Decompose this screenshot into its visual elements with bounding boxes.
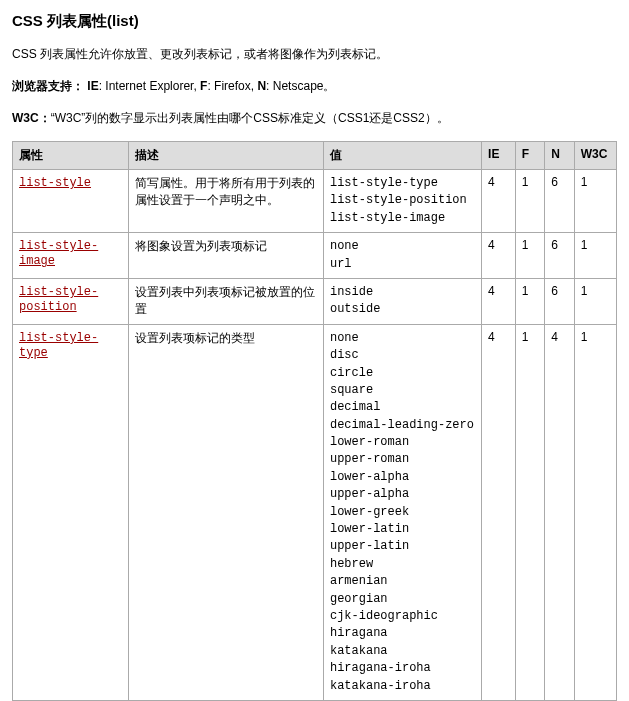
table-row: list-style-image将图象设置为列表项标记none url4161 [13,233,617,279]
browser-support-line: 浏览器支持： IE: Internet Explorer, F: Firefox… [12,77,617,95]
th-n: N [545,142,575,170]
page-heading: CSS 列表属性(list) [12,12,617,31]
ie-cell: 4 [482,233,516,279]
values-cell: none url [323,233,481,279]
description-cell: 将图象设置为列表项标记 [128,233,323,279]
table-header-row: 属性 描述 值 IE F N W3C [13,142,617,170]
list-properties-table: 属性 描述 值 IE F N W3C list-style简写属性。用于将所有用… [12,141,617,701]
property-link[interactable]: list-style-image [19,239,98,268]
n-abbr: N [257,79,266,93]
intro-text: CSS 列表属性允许你放置、更改列表标记，或者将图像作为列表标记。 [12,45,617,63]
f-cell: 1 [515,278,545,324]
description-cell: 简写属性。用于将所有用于列表的属性设置于一个声明之中。 [128,170,323,233]
f-cell: 1 [515,324,545,700]
w3c-cell: 1 [574,324,616,700]
f-text: : Firefox, [207,79,257,93]
values-cell: inside outside [323,278,481,324]
w3c-cell: 1 [574,170,616,233]
ie-cell: 4 [482,278,516,324]
description-cell: 设置列表项标记的类型 [128,324,323,700]
n-cell: 6 [545,170,575,233]
w3c-label: W3C： [12,111,51,125]
table-row: list-style简写属性。用于将所有用于列表的属性设置于一个声明之中。lis… [13,170,617,233]
th-value: 值 [323,142,481,170]
property-link[interactable]: list-style [19,176,91,190]
th-description: 描述 [128,142,323,170]
th-ie: IE [482,142,516,170]
th-property: 属性 [13,142,129,170]
property-link[interactable]: list-style-position [19,285,98,314]
ie-cell: 4 [482,170,516,233]
values-cell: none disc circle square decimal decimal-… [323,324,481,700]
table-row: list-style-position设置列表中列表项标记被放置的位置insid… [13,278,617,324]
th-w3c: W3C [574,142,616,170]
w3c-line: W3C：“W3C”列的数字显示出列表属性由哪个CSS标准定义（CSS1还是CSS… [12,109,617,127]
w3c-cell: 1 [574,278,616,324]
table-row: list-style-type设置列表项标记的类型none disc circl… [13,324,617,700]
browser-support-label: 浏览器支持： [12,79,84,93]
n-text: : Netscape。 [266,79,335,93]
property-link[interactable]: list-style-type [19,331,98,360]
n-cell: 6 [545,233,575,279]
n-cell: 4 [545,324,575,700]
description-cell: 设置列表中列表项标记被放置的位置 [128,278,323,324]
w3c-text: “W3C”列的数字显示出列表属性由哪个CSS标准定义（CSS1还是CSS2）。 [51,111,449,125]
ie-cell: 4 [482,324,516,700]
f-cell: 1 [515,233,545,279]
w3c-cell: 1 [574,233,616,279]
values-cell: list-style-type list-style-position list… [323,170,481,233]
n-cell: 6 [545,278,575,324]
ie-text: : Internet Explorer, [99,79,200,93]
ie-abbr: IE [87,79,98,93]
f-cell: 1 [515,170,545,233]
th-f: F [515,142,545,170]
